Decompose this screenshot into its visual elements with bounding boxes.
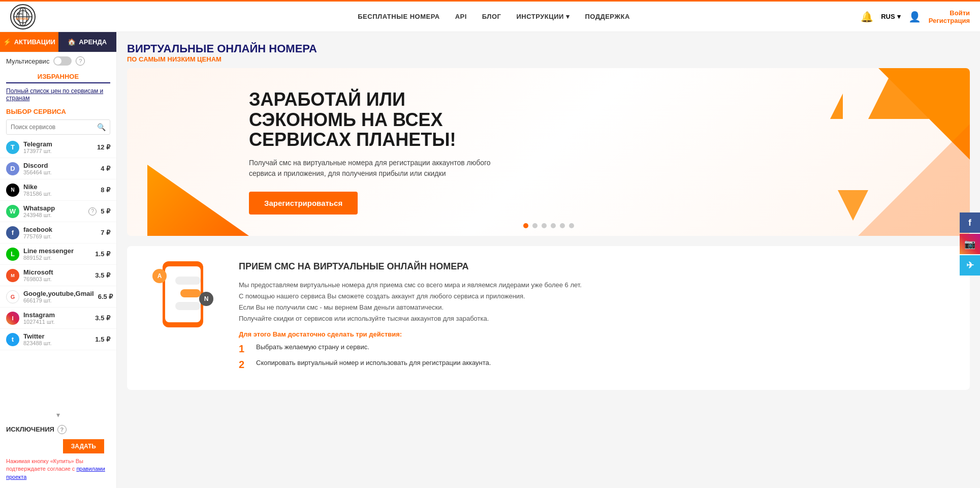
service-icon: M	[6, 269, 19, 282]
info-desc-1: Мы предоставляем виртуальные номера для …	[239, 280, 955, 324]
service-count: 173977 шт.	[23, 148, 93, 154]
service-item[interactable]: t Twitter 823488 шт. 1.5 ₽	[0, 329, 116, 350]
carousel-dots	[523, 223, 574, 228]
service-name: Whatsapp	[23, 204, 84, 212]
tab-rent[interactable]: 🏠 АРЕНДА	[58, 32, 117, 52]
hero-shape-4	[838, 190, 868, 221]
search-input[interactable]	[7, 120, 93, 134]
hero-shape-5	[830, 94, 843, 119]
service-icon: N	[6, 184, 19, 197]
info-step-2: 2 Скопировать виртуальный номер и исполь…	[239, 359, 955, 371]
service-item[interactable]: f facebook 775769 шт. 7 ₽	[0, 222, 116, 243]
hero-shape-1	[868, 68, 929, 119]
service-item[interactable]: L Line messenger 889152 шт. 1.5 ₽	[0, 243, 116, 265]
service-count: 823488 шт.	[23, 340, 91, 346]
service-name: Google,youtube,Gmail	[23, 290, 94, 297]
service-count: 769803 шт.	[23, 276, 91, 282]
service-name: Line messenger	[23, 247, 91, 255]
auth-area: Войти Регистрация	[929, 9, 970, 24]
tab-activations[interactable]: ⚡ АКТИВАЦИИ	[0, 32, 58, 52]
service-item[interactable]: N Nike 781586 шт. 8 ₽	[0, 179, 116, 201]
service-price: 6.5 ₽	[98, 293, 113, 300]
nav-free-numbers[interactable]: БЕСПЛАТНЫЕ НОМЕРА	[358, 13, 439, 20]
service-item[interactable]: G Google,youtube,Gmail 666179 шт. 6.5 ₽	[0, 286, 116, 308]
service-info: facebook 775769 шт.	[23, 226, 97, 239]
service-name: Nike	[23, 183, 97, 191]
multiservice-help-icon[interactable]: ?	[76, 56, 85, 66]
service-info: Google,youtube,Gmail 666179 шт.	[23, 290, 94, 303]
notification-bell-icon[interactable]: 🔔	[861, 11, 873, 23]
service-price: 1.5 ₽	[95, 336, 110, 343]
service-icon: G	[6, 290, 19, 303]
service-count: 356464 шт.	[23, 169, 97, 175]
service-icon: f	[6, 226, 19, 239]
service-price: 5 ₽	[101, 207, 110, 215]
service-name: Instagram	[23, 311, 91, 319]
service-name: Microsoft	[23, 268, 91, 276]
social-facebook-button[interactable]: f	[960, 212, 980, 233]
set-exclusions-button[interactable]: ЗАДАТЬ	[63, 439, 104, 453]
multiservice-label: Мультисервис	[6, 57, 49, 65]
logo-area: SMS ACTIVATE	[10, 4, 127, 29]
service-item[interactable]: D Discord 356464 шт. 4 ₽	[0, 158, 116, 179]
show-more-chevron-icon[interactable]: ▾	[0, 408, 116, 422]
service-icon: D	[6, 162, 19, 175]
exclusions-label: ИСКЛЮЧЕНИЯ	[6, 425, 54, 433]
main-layout: ⚡ АКТИВАЦИИ 🏠 АРЕНДА Мультисервис ? ИЗБР…	[0, 32, 980, 488]
sidebar: ⚡ АКТИВАЦИИ 🏠 АРЕНДА Мультисервис ? ИЗБР…	[0, 32, 117, 488]
service-item[interactable]: M Microsoft 769803 шт. 3.5 ₽	[0, 265, 116, 286]
hero-cta-button[interactable]: Зарегистрироваться	[249, 192, 358, 215]
header: SMS ACTIVATE БЕСПЛАТНЫЕ НОМЕРА API БЛОГ …	[0, 2, 980, 32]
login-link[interactable]: Войти	[950, 9, 970, 17]
service-price: 12 ₽	[97, 143, 110, 151]
service-item[interactable]: W Whatsapp 243948 шт. ? 5 ₽	[0, 201, 116, 222]
register-link[interactable]: Регистрация	[929, 17, 970, 24]
social-instagram-button[interactable]: 📷	[960, 234, 980, 254]
service-price: 8 ₽	[101, 186, 110, 194]
nav-api[interactable]: API	[455, 13, 467, 20]
info-section-title: ПРИЕМ СМС НА ВИРТУАЛЬНЫЕ ОНЛАЙН НОМЕРА	[239, 261, 955, 272]
service-info: Microsoft 769803 шт.	[23, 268, 91, 282]
nav-blog[interactable]: БЛОГ	[482, 13, 501, 20]
content-area: ВИРТУАЛЬНЫЕ ОНЛАЙН НОМЕРА ПО САМЫМ НИЗКИ…	[117, 32, 980, 488]
hero-shape-3	[147, 134, 249, 236]
service-info: Nike 781586 шт.	[23, 183, 97, 197]
multiservice-row: Мультисервис ?	[0, 52, 116, 70]
service-select-label: ВЫБОР СЕРВИСА	[0, 104, 116, 117]
search-button[interactable]: 🔍	[93, 120, 110, 134]
avatar-n: N	[199, 292, 213, 306]
language-selector[interactable]: RUS ▾	[881, 13, 900, 20]
full-price-link[interactable]: Полный список цен по сервисам и странам	[0, 85, 116, 104]
carousel-dot-4[interactable]	[551, 223, 556, 228]
carousel-dot-2[interactable]	[532, 223, 538, 228]
service-help-icon[interactable]: ?	[88, 207, 97, 216]
sidebar-tabs: ⚡ АКТИВАЦИИ 🏠 АРЕНДА	[0, 32, 116, 52]
service-count: 243948 шт.	[23, 212, 84, 218]
multiservice-toggle[interactable]	[53, 56, 72, 66]
exclusions-help-icon[interactable]: ?	[57, 425, 67, 434]
nav-support[interactable]: ПОДДЕРЖКА	[585, 13, 630, 20]
service-icon: W	[6, 205, 19, 218]
service-count: 666179 шт.	[23, 297, 94, 303]
carousel-dot-3[interactable]	[542, 223, 547, 228]
service-item[interactable]: T Telegram 173977 шт. 12 ₽	[0, 137, 116, 158]
service-icon: t	[6, 333, 19, 346]
service-item[interactable]: I Instagram 1027411 шт. 3.5 ₽	[0, 308, 116, 329]
service-count: 1027411 шт.	[23, 319, 91, 325]
info-section: A N ПРИЕМ СМС НА ВИРТУАЛЬНЫЕ ОНЛАЙН НОМЕ…	[127, 246, 970, 390]
hero-shape-2	[878, 68, 970, 160]
main-nav: БЕСПЛАТНЫЕ НОМЕРА API БЛОГ ИНСТРУКЦИИ ▾ …	[127, 13, 861, 20]
service-name: Discord	[23, 162, 97, 169]
carousel-dot-6[interactable]	[569, 223, 574, 228]
service-info: Twitter 823488 шт.	[23, 332, 91, 346]
nav-instructions[interactable]: ИНСТРУКЦИИ ▾	[516, 13, 570, 20]
info-steps-label: Для этого Вам достаточно сделать три дей…	[239, 330, 955, 338]
social-telegram-button[interactable]: ✈	[960, 255, 980, 276]
service-info: Instagram 1027411 шт.	[23, 311, 91, 325]
terms-text: Нажимая кнопку «Купить» Вы подтверждаете…	[0, 455, 116, 483]
hero-shape-6	[858, 124, 970, 236]
carousel-dot-1[interactable]	[523, 223, 528, 228]
exclusions-row: ИСКЛЮЧЕНИЯ ?	[0, 422, 116, 437]
service-name: Twitter	[23, 332, 91, 340]
carousel-dot-5[interactable]	[560, 223, 565, 228]
